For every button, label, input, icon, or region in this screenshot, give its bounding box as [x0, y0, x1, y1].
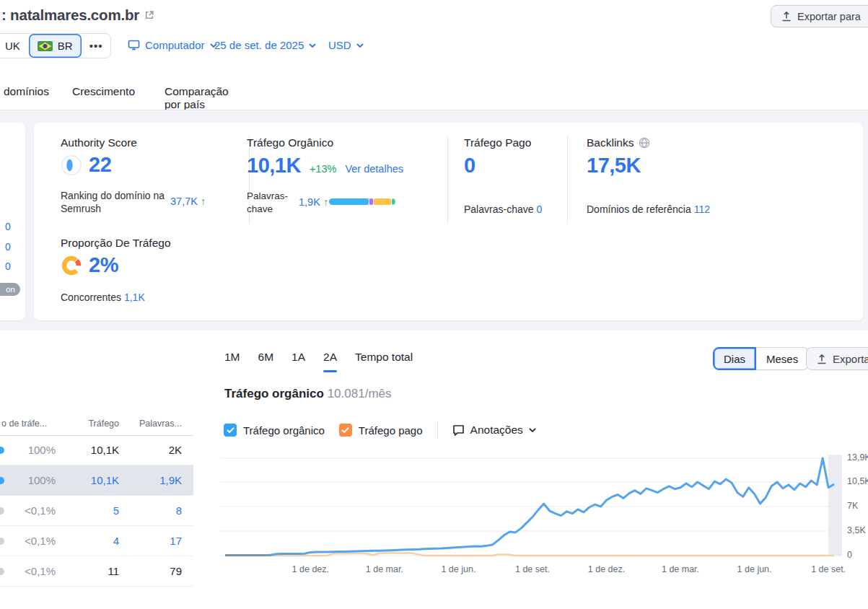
- col-traffic-share[interactable]: o de tráfe...: [1, 419, 47, 429]
- organic-keywords-value[interactable]: 1,9K: [299, 196, 320, 208]
- rank-up-arrow-icon: ↑: [201, 196, 206, 207]
- traffic-cell[interactable]: 10,1K: [91, 474, 119, 486]
- device-dropdown[interactable]: Computador: [128, 39, 217, 51]
- granularity-months[interactable]: Meses: [756, 347, 809, 370]
- domain-overview-page: : natalmares.com.br Exportar para UK BR …: [0, 0, 868, 609]
- chart-title-text: Tráfego orgânico: [224, 387, 324, 400]
- date-dropdown[interactable]: 25 de set. de 2025: [214, 39, 316, 51]
- country-code-uk: UK: [5, 40, 20, 52]
- table-row[interactable]: 100%10,1K1,9K: [0, 465, 193, 496]
- x-axis-tick-label: 1 de set.: [796, 564, 861, 574]
- legend-paid-toggle[interactable]: Tráfego pago: [339, 424, 423, 437]
- competitors-value[interactable]: 1,1K: [124, 292, 145, 303]
- granularity-days[interactable]: Dias: [713, 347, 756, 370]
- keywords-cell[interactable]: 8: [176, 504, 182, 517]
- traffic-cell[interactable]: 5: [113, 504, 119, 517]
- chart-subtitle: 10.081/mês: [328, 387, 392, 400]
- traffic-cell[interactable]: 4: [113, 535, 119, 547]
- left-panel-value[interactable]: 0: [0, 241, 16, 253]
- time-range-tabs: 1M 6M 1A 2A Tempo total: [224, 351, 413, 369]
- table-row[interactable]: <0,1%58: [0, 496, 193, 526]
- left-panel-value[interactable]: 0: [0, 221, 16, 232]
- card-divider: [447, 136, 448, 224]
- traffic-cell: 10,1K: [91, 444, 119, 456]
- keywords-cell[interactable]: 17: [170, 535, 182, 547]
- organic-traffic-label: Tráfego Orgânico: [247, 136, 333, 149]
- overview-metrics-card: [34, 123, 863, 320]
- semrush-rank-value[interactable]: 37,7K: [170, 196, 198, 207]
- table-row[interactable]: <0,1%1179: [0, 556, 193, 587]
- upload-icon: [781, 11, 792, 22]
- range-1m[interactable]: 1M: [224, 351, 240, 369]
- referring-domains: Domínios de referência 112: [587, 203, 710, 216]
- globe-icon: [639, 137, 650, 149]
- legend-organic-toggle[interactable]: Tráfego orgânico: [224, 424, 325, 437]
- chart-title: Tráfego orgânico 10.081/mês: [224, 387, 392, 401]
- y-axis-tick-label: 3,5K: [847, 525, 868, 535]
- tab-growth[interactable]: Crescimento: [72, 85, 135, 98]
- col-traffic[interactable]: Tráfego: [88, 419, 119, 429]
- export-to-button[interactable]: Exportar para: [771, 5, 868, 27]
- traffic-cell: 11: [108, 565, 119, 577]
- legend-organic-label: Tráfego orgânico: [243, 424, 325, 437]
- keywords-cell[interactable]: 1,9K: [159, 474, 182, 486]
- view-details-link[interactable]: Ver detalhes: [345, 163, 403, 175]
- paid-traffic-value[interactable]: 0: [464, 154, 475, 178]
- backlinks-value[interactable]: 17,5K: [587, 154, 641, 178]
- traffic-share-label: Proporção De Tráfego: [61, 237, 171, 250]
- authority-gauge-icon: [61, 154, 82, 176]
- export-to-label: Exportar para: [797, 11, 861, 22]
- range-2y[interactable]: 2A: [323, 351, 337, 369]
- traffic-share-cell: <0,1%: [0, 535, 56, 547]
- country-tab-uk[interactable]: UK: [0, 34, 29, 58]
- semrush-rank-label: Ranking do domínio na Semrush: [61, 189, 170, 215]
- check-icon: [341, 427, 349, 434]
- keyword-bar-segment: [374, 198, 391, 205]
- range-6m[interactable]: 6M: [258, 351, 274, 369]
- table-header: o de tráfe... Tráfego Palavras...: [0, 419, 193, 435]
- chevron-down-icon: [529, 428, 536, 432]
- x-axis-tick-label: 1 de mar.: [648, 564, 713, 574]
- currency-dropdown[interactable]: USD: [328, 39, 364, 51]
- range-1y[interactable]: 1A: [291, 351, 305, 369]
- traffic-share-cell: 100%: [0, 474, 56, 486]
- organic-traffic-value[interactable]: 10,1K: [247, 154, 301, 178]
- organic-traffic-delta: +13%: [310, 163, 337, 175]
- paid-keywords-value[interactable]: 0: [536, 203, 542, 215]
- tab-country-comparison[interactable]: Comparação por país: [165, 85, 229, 111]
- traffic-share-donut-icon: [61, 255, 82, 276]
- tab-domains[interactable]: domínios: [4, 85, 49, 98]
- y-axis-tick-label: 10,5K: [847, 476, 868, 486]
- traffic-trend-chart[interactable]: [220, 455, 842, 557]
- referring-domains-value[interactable]: 112: [694, 203, 710, 215]
- chart-legend: Tráfego orgânico Tráfego pago Anotações: [224, 421, 536, 439]
- paid-checkbox[interactable]: [339, 424, 352, 437]
- br-flag-icon: [38, 41, 53, 51]
- competitors-table: o de tráfe... Tráfego Palavras... 100%10…: [0, 419, 193, 587]
- table-row[interactable]: 100%10,1K2K: [0, 435, 193, 465]
- referring-domains-label: Domínios de referência: [587, 203, 691, 215]
- y-axis-tick-label: 0: [847, 550, 868, 560]
- y-axis-tick-label: 13,9K: [847, 452, 868, 463]
- card-divider: [567, 136, 568, 224]
- currency-label: USD: [328, 39, 351, 51]
- country-tab-br[interactable]: BR: [29, 34, 82, 58]
- granularity-toggle: Dias Meses: [713, 347, 809, 370]
- annotations-label: Anotações: [470, 424, 523, 437]
- external-link-icon[interactable]: [144, 10, 154, 20]
- keywords-up-arrow-icon: ↑: [323, 196, 328, 208]
- chart-export-button[interactable]: Exportar: [806, 347, 868, 370]
- col-keywords[interactable]: Palavras...: [139, 419, 182, 429]
- range-all-time[interactable]: Tempo total: [355, 351, 413, 369]
- left-panel-value[interactable]: 0: [0, 260, 16, 272]
- desktop-icon: [128, 40, 140, 51]
- traffic-share-cell: <0,1%: [0, 565, 56, 577]
- organic-keywords-label: Palavras-chave: [247, 190, 297, 216]
- chevron-down-icon: [356, 43, 364, 48]
- table-row[interactable]: <0,1%417: [0, 526, 193, 556]
- annotations-dropdown[interactable]: Anotações: [452, 424, 536, 437]
- organic-checkbox[interactable]: [224, 424, 237, 437]
- keyword-intent-bar: [329, 198, 395, 205]
- paid-traffic-line[interactable]: [225, 553, 834, 556]
- more-countries-button[interactable]: •••: [82, 34, 111, 58]
